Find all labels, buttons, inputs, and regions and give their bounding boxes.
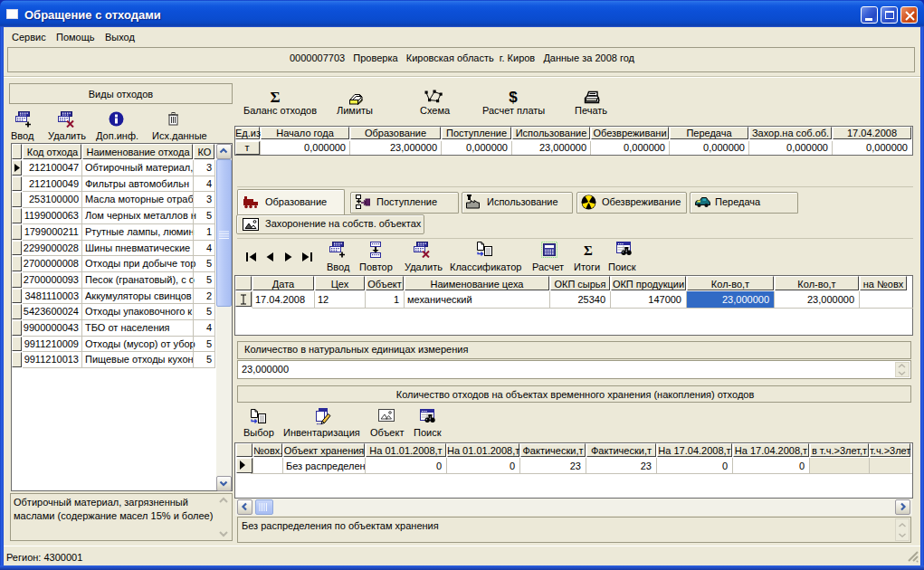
svg-text:Σ: Σ bbox=[270, 90, 280, 105]
svg-text:Σ: Σ bbox=[584, 243, 593, 257]
svg-text:$: $ bbox=[509, 89, 518, 105]
